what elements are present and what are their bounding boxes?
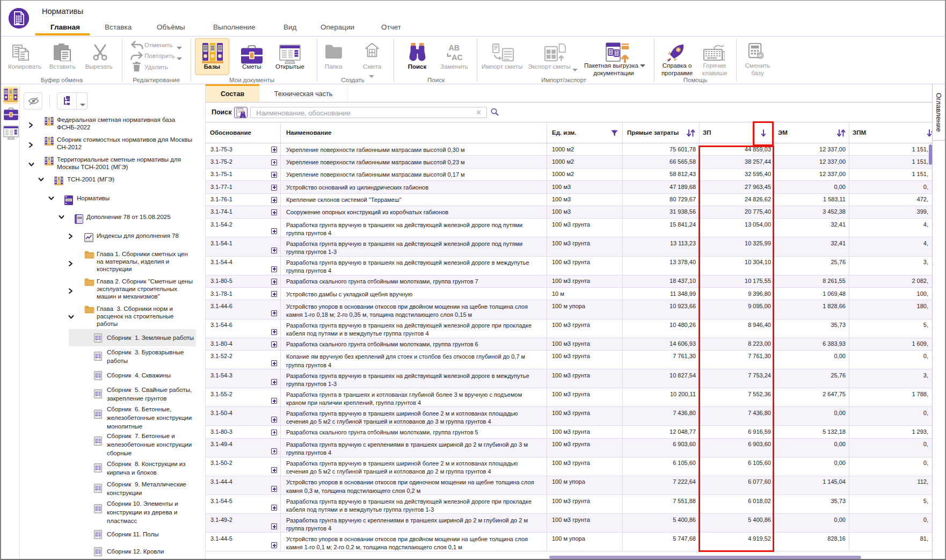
svg-text:AC: AC xyxy=(452,53,462,62)
svg-text:AB: AB xyxy=(449,43,460,52)
